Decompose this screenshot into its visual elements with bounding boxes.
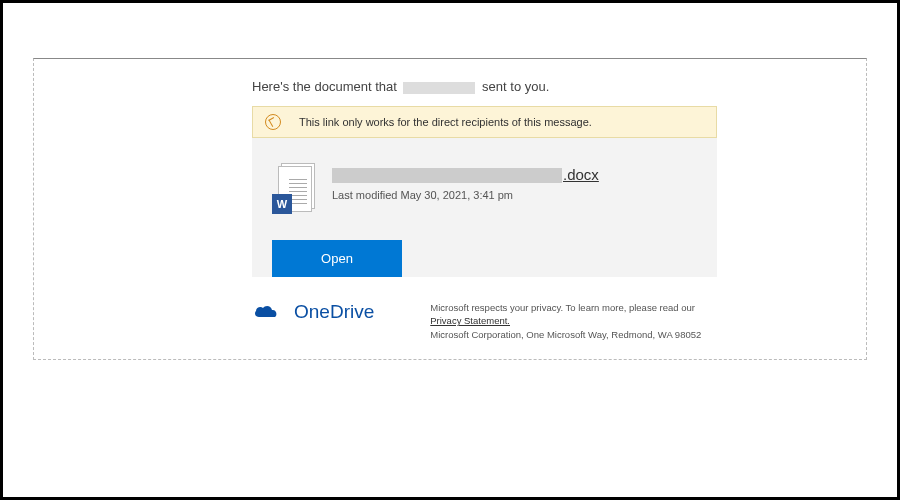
document-link[interactable]: .docx (332, 166, 697, 183)
document-info: .docx Last modified May 30, 2021, 3:41 p… (332, 166, 697, 201)
onedrive-logo: OneDrive (252, 301, 374, 323)
word-badge: W (272, 194, 292, 214)
share-message: Here's the document that sent to you. (252, 79, 848, 94)
redacted-filename (332, 168, 562, 183)
file-extension: .docx (563, 166, 599, 183)
document-card: This link only works for the direct reci… (252, 106, 717, 277)
recipient-notice: This link only works for the direct reci… (252, 106, 717, 138)
share-prefix: Here's the document that (252, 79, 397, 94)
open-button[interactable]: Open (272, 240, 402, 277)
email-footer: OneDrive Microsoft respects your privacy… (252, 301, 848, 341)
document-area: W .docx Last modified May 30, 2021, 3:41… (252, 138, 717, 240)
last-modified: Last modified May 30, 2021, 3:41 pm (332, 189, 697, 201)
word-document-icon: W (272, 166, 314, 218)
onedrive-brand: OneDrive (294, 301, 374, 323)
info-icon (265, 114, 281, 130)
redacted-sender (403, 82, 475, 94)
email-container: Here's the document that sent to you. Th… (33, 58, 867, 360)
share-suffix: sent to you. (482, 79, 549, 94)
notice-text: This link only works for the direct reci… (299, 116, 592, 128)
legal-text: Microsoft respects your privacy. To lear… (430, 301, 701, 341)
privacy-statement-link[interactable]: Privacy Statement. (430, 315, 510, 326)
cloud-icon (252, 303, 280, 321)
